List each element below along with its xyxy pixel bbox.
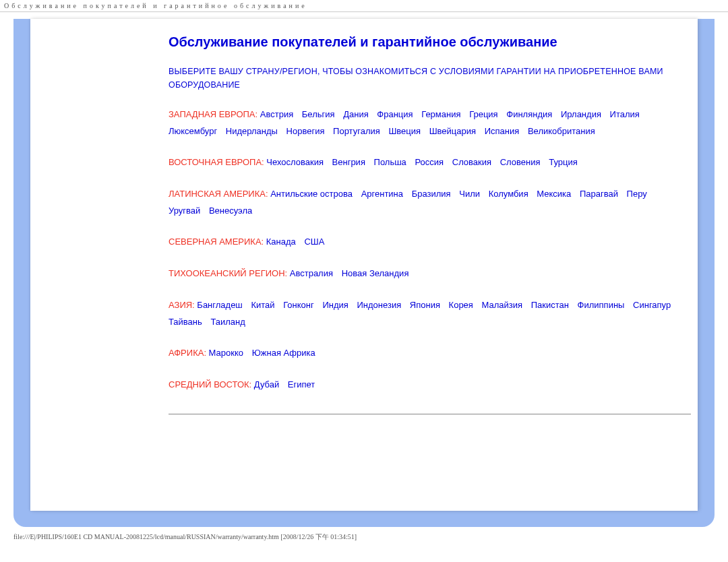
country-link[interactable]: Южная Африка xyxy=(252,348,315,358)
country-link[interactable]: Австралия xyxy=(290,268,333,278)
page-title: Обслуживание покупателей и гарантийное о… xyxy=(169,34,691,50)
country-link[interactable]: Колумбия xyxy=(489,189,528,199)
country-link[interactable]: Люксембург xyxy=(169,126,217,136)
country-link[interactable]: Египет xyxy=(288,379,315,389)
country-link[interactable]: Ирландия xyxy=(561,109,601,119)
outer-frame: Обслуживание покупателей и гарантийное о… xyxy=(13,19,715,527)
country-link[interactable]: Гонконг xyxy=(283,300,314,310)
region-label: ТИХООКЕАНСКИЙ РЕГИОН: xyxy=(169,268,290,278)
region-label: АФРИКА: xyxy=(169,348,209,358)
divider xyxy=(169,414,691,414)
country-link[interactable]: Турция xyxy=(549,157,578,167)
country-link[interactable]: Тайвань xyxy=(169,317,202,327)
region-label: СЕВЕРНАЯ АМЕРИКА: xyxy=(169,237,266,247)
country-link[interactable]: Швеция xyxy=(388,126,421,136)
country-link[interactable]: Дубай xyxy=(254,379,279,389)
country-link[interactable]: Германия xyxy=(421,109,460,119)
country-link[interactable]: Австрия xyxy=(260,109,293,119)
country-link[interactable]: Индонезия xyxy=(357,300,401,310)
region-block: ВОСТОЧНАЯ ЕВРОПА: Чехословакия Венгрия П… xyxy=(169,154,691,171)
region-label: СРЕДНИЙ ВОСТОК: xyxy=(169,379,254,389)
country-link[interactable]: Великобритания xyxy=(528,126,595,136)
region-label: ЛАТИНСКАЯ АМЕРИКА: xyxy=(169,189,270,199)
country-link[interactable]: Россия xyxy=(415,157,444,167)
content-area: Обслуживание покупателей и гарантийное о… xyxy=(30,19,698,428)
region-block: ЛАТИНСКАЯ АМЕРИКА: Антильские острова Ар… xyxy=(169,186,691,219)
region-label: ВОСТОЧНАЯ ЕВРОПА: xyxy=(169,157,266,167)
country-link[interactable]: Франция xyxy=(377,109,413,119)
country-link[interactable]: Бразилия xyxy=(412,189,451,199)
country-link[interactable]: Парагвай xyxy=(580,189,618,199)
country-link[interactable]: Сингапур xyxy=(633,300,671,310)
region-label: ЗАПАДНАЯ ЕВРОПА: xyxy=(169,109,260,119)
country-link[interactable]: Антильские острова xyxy=(270,189,353,199)
intro-text: ВЫБЕРИТЕ ВАШУ СТРАНУ/РЕГИОН, ЧТОБЫ ОЗНАК… xyxy=(169,65,691,92)
country-link[interactable]: Дания xyxy=(343,109,369,119)
country-link[interactable]: Бельгия xyxy=(302,109,335,119)
country-link[interactable]: США xyxy=(304,237,324,247)
region-block: СЕВЕРНАЯ АМЕРИКА: Канада США xyxy=(169,234,691,251)
country-link[interactable]: Канада xyxy=(266,237,296,247)
country-link[interactable]: Португалия xyxy=(333,126,380,136)
country-link[interactable]: Новая Зеландия xyxy=(342,268,409,278)
country-link[interactable]: Греция xyxy=(469,109,498,119)
country-link[interactable]: Нидерланды xyxy=(226,126,278,136)
country-link[interactable]: Марокко xyxy=(209,348,243,358)
country-link[interactable]: Испания xyxy=(485,126,520,136)
country-link[interactable]: Венесуэла xyxy=(209,206,252,216)
region-block: ЗАПАДНАЯ ЕВРОПА: Австрия Бельгия Дания Ф… xyxy=(169,106,691,139)
country-link[interactable]: Таиланд xyxy=(210,317,245,327)
region-block: АФРИКА: Марокко Южная Африка xyxy=(169,345,691,362)
document-panel: Обслуживание покупателей и гарантийное о… xyxy=(30,19,698,511)
country-link[interactable]: Аргентина xyxy=(361,189,403,199)
region-block: СРЕДНИЙ ВОСТОК: Дубай Египет xyxy=(169,377,691,394)
country-link[interactable]: Норвегия xyxy=(286,126,325,136)
country-link[interactable]: Швейцария xyxy=(429,126,476,136)
country-link[interactable]: Китай xyxy=(251,300,274,310)
country-link[interactable]: Чили xyxy=(459,189,480,199)
country-link[interactable]: Словакия xyxy=(452,157,491,167)
window-titlebar: Обслуживание покупателей и гарантийное о… xyxy=(0,0,728,12)
country-link[interactable]: Словения xyxy=(500,157,541,167)
country-link[interactable]: Чехословакия xyxy=(266,157,324,167)
country-link[interactable]: Финляндия xyxy=(506,109,552,119)
country-link[interactable]: Польша xyxy=(374,157,406,167)
country-link[interactable]: Бангладеш xyxy=(197,300,242,310)
region-block: АЗИЯ: Бангладеш Китай Гонконг Индия Индо… xyxy=(169,297,691,330)
country-link[interactable]: Филиппины xyxy=(578,300,625,310)
country-link[interactable]: Корея xyxy=(449,300,473,310)
region-label: АЗИЯ: xyxy=(169,300,197,310)
regions-container: ЗАПАДНАЯ ЕВРОПА: Австрия Бельгия Дания Ф… xyxy=(169,106,691,394)
footer-file-path: file:///E|/PHILIPS/160E1 CD MANUAL-20081… xyxy=(0,527,728,544)
country-link[interactable]: Италия xyxy=(610,109,640,119)
country-link[interactable]: Малайзия xyxy=(482,300,523,310)
region-block: ТИХООКЕАНСКИЙ РЕГИОН: Австралия Новая Зе… xyxy=(169,266,691,282)
country-link[interactable]: Уругвай xyxy=(169,206,200,216)
country-link[interactable]: Перу xyxy=(627,189,647,199)
country-link[interactable]: Венгрия xyxy=(332,157,365,167)
country-link[interactable]: Мексика xyxy=(537,189,571,199)
country-link[interactable]: Япония xyxy=(410,300,440,310)
country-link[interactable]: Индия xyxy=(322,300,348,310)
country-link[interactable]: Пакистан xyxy=(531,300,569,310)
